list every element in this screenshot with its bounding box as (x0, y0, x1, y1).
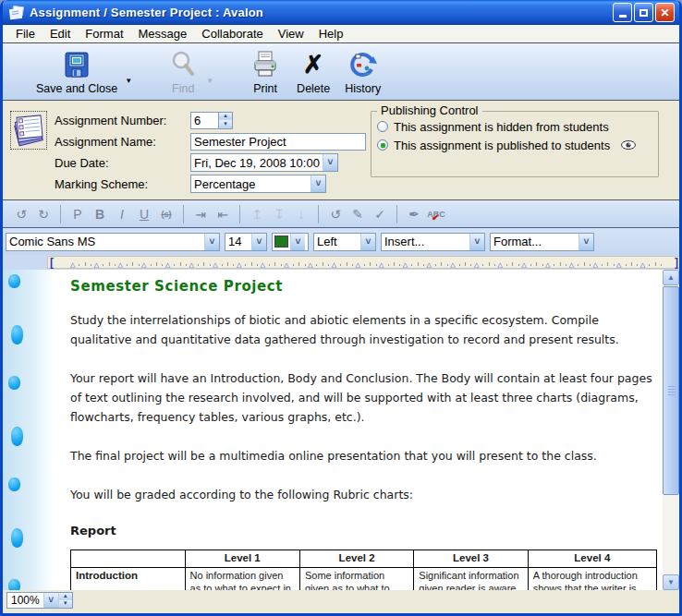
ruler-tab-marker[interactable]: △ (70, 261, 75, 268)
ruler-tick (554, 264, 554, 266)
strikethrough-icon[interactable]: (s) (155, 204, 177, 224)
ruler-tab-marker[interactable]: △ (403, 261, 408, 268)
ruler-tab-marker[interactable]: △ (545, 261, 550, 268)
ruler-tab-marker[interactable]: △ (165, 261, 170, 268)
scrollbar-thumb[interactable] (663, 286, 679, 495)
underline-icon[interactable]: U (133, 204, 155, 224)
ruler-right-margin-marker[interactable]: ] (675, 256, 678, 269)
ruler-tab-marker[interactable]: △ (427, 261, 432, 268)
publishing-control-group: Publishing Control This assignment is hi… (371, 111, 659, 177)
publishing-option-0[interactable]: This assignment is hidden from students (377, 117, 652, 136)
document-paragraph: The final project will be a multimedia o… (70, 446, 654, 465)
assignment-name-input[interactable] (190, 133, 366, 151)
vertical-scrollbar[interactable]: ▲ ▼ (663, 270, 679, 590)
revert-icon[interactable]: ↺ (324, 204, 347, 224)
space-after-icon[interactable]: ↧ (268, 204, 290, 224)
menu-item-collaborate[interactable]: Collaborate (194, 26, 271, 42)
ruler-tab-marker[interactable]: △ (94, 261, 99, 268)
ruler-tick (518, 264, 519, 266)
ruler-tab-marker[interactable]: △ (284, 261, 288, 268)
ruler-tab-marker[interactable]: △ (450, 261, 455, 268)
save-and-close-button[interactable]: Save and Close (30, 47, 123, 95)
ruler-tab-marker[interactable]: △ (592, 261, 597, 268)
ruler-tab-marker[interactable]: △ (521, 261, 526, 268)
ruler-tab-marker[interactable]: △ (308, 261, 312, 268)
undo-icon[interactable]: ↺ (10, 204, 32, 224)
delete-button[interactable]: ✗ Delete (291, 47, 335, 95)
scroll-up-icon[interactable]: ▲ (663, 270, 679, 285)
menu-item-message[interactable]: Message (131, 26, 195, 42)
quote-icon[interactable]: ✎ (347, 204, 369, 224)
indent-decrease-icon[interactable]: ⇤ (212, 204, 234, 224)
marking-scheme-dropdown[interactable]: Percentage ˅ (190, 175, 326, 193)
ruler-tab-marker[interactable]: △ (379, 261, 384, 268)
font-size-select[interactable]: 14 ˅ (225, 233, 267, 251)
history-button[interactable]: History (339, 47, 386, 95)
zoom-control[interactable]: 100% ˅ ▲▼ (6, 592, 73, 609)
italic-icon[interactable]: I (111, 204, 133, 224)
assignment-number-stepper[interactable]: ▲▼ (190, 112, 233, 129)
ruler-tab-marker[interactable]: △ (640, 261, 645, 268)
ruler-tab-marker[interactable]: △ (355, 261, 359, 268)
ruler-tick (115, 264, 116, 266)
redo-icon[interactable]: ↻ (32, 204, 55, 224)
ruler-tab-marker[interactable]: △ (474, 261, 479, 268)
alignment-value: Left (314, 235, 360, 248)
save-options-arrow[interactable]: ▼ (125, 77, 132, 85)
document-editor[interactable]: Semester Science Project Study the inter… (54, 270, 663, 590)
ruler-tick (281, 264, 282, 266)
title-bar[interactable]: Assignment / Semester Project : Avalon ✕ (3, 0, 679, 25)
toolbar-separator (60, 205, 61, 223)
ruler-tab-marker[interactable]: △ (261, 261, 265, 268)
scroll-down-icon[interactable]: ▼ (663, 574, 679, 590)
alignment-select[interactable]: Left ˅ (313, 233, 376, 251)
spinner-arrows[interactable]: ▲▼ (219, 112, 233, 129)
spellcheck-icon[interactable]: ABC✔ (425, 204, 447, 224)
ruler-tab-marker[interactable]: △ (332, 261, 336, 268)
assignment-number-input[interactable] (190, 112, 219, 129)
publishing-option-1[interactable]: This assignment is published to students (377, 136, 652, 154)
bold-icon[interactable]: B (89, 204, 111, 224)
ruler-tab-marker[interactable]: △ (213, 261, 217, 268)
insert-select[interactable]: Insert... ˅ (381, 233, 485, 251)
ruler-tab-marker[interactable]: △ (117, 261, 122, 268)
print-button[interactable]: Print (245, 47, 286, 95)
font-color-select[interactable]: ˅ (272, 233, 309, 251)
close-button[interactable]: ✕ (655, 3, 675, 22)
space-before-icon[interactable]: ↥ (246, 204, 268, 224)
ruler-tick (186, 264, 187, 266)
ruler[interactable]: []△△△△△△△△△△△△△△△△△△△△△△△△△ (47, 256, 681, 269)
ruler-tab-marker[interactable]: △ (498, 261, 503, 268)
chevron-down-icon: ˅ (360, 234, 375, 250)
font-family-select[interactable]: Comic Sans MS ˅ (6, 233, 220, 251)
find-button[interactable]: Find (162, 47, 204, 95)
ruler-tab-marker[interactable]: △ (189, 261, 194, 268)
format-select[interactable]: Format... ˅ (490, 233, 594, 251)
color-swatch (274, 236, 288, 248)
radio-icon[interactable] (377, 121, 388, 132)
ruler-left-margin-marker[interactable]: [ (50, 256, 54, 269)
zoom-value: 100% (7, 594, 43, 607)
ruler-tick (530, 264, 531, 266)
ruler-tab-marker[interactable]: △ (141, 261, 146, 268)
plain-style-icon[interactable]: P (67, 204, 89, 224)
due-date-dropdown[interactable]: Fri, Dec 19, 2008 10:00 AM ˅ (190, 153, 338, 172)
find-options-arrow[interactable]: ▼ (206, 77, 213, 85)
indent-increase-icon[interactable]: ⇥ (189, 204, 212, 224)
approve-icon[interactable]: ✓ (369, 204, 391, 224)
menu-item-view[interactable]: View (271, 26, 311, 42)
ruler-tab-marker[interactable]: △ (616, 261, 621, 268)
minimize-button[interactable] (613, 3, 632, 22)
menu-item-edit[interactable]: Edit (43, 26, 78, 42)
line-spacing-icon[interactable]: ↓ (290, 204, 312, 224)
menu-item-format[interactable]: Format (78, 26, 130, 42)
ruler-tick (388, 264, 389, 266)
zoom-spinner[interactable]: ▲▼ (58, 593, 72, 608)
maximize-button[interactable] (634, 3, 653, 22)
signature-icon[interactable]: ✒ (403, 204, 425, 224)
ruler-tab-marker[interactable]: △ (237, 261, 241, 268)
ruler-tab-marker[interactable]: △ (569, 261, 574, 268)
radio-selected-icon[interactable] (377, 139, 388, 151)
menu-item-help[interactable]: Help (311, 26, 351, 42)
menu-item-file[interactable]: File (8, 26, 43, 42)
